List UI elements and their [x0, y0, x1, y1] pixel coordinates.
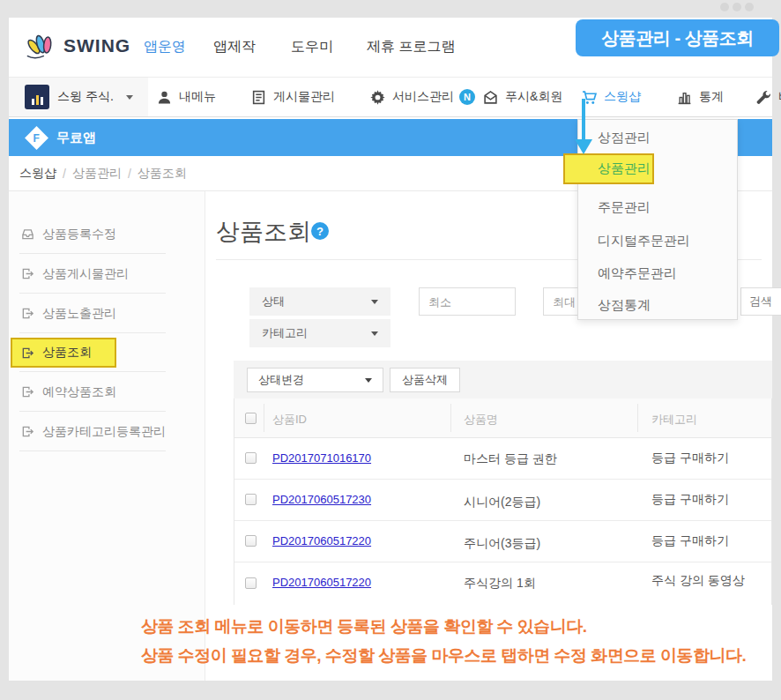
- delete-product-button[interactable]: 상품삭제: [390, 368, 460, 392]
- product-id-link[interactable]: PD2017060517220: [272, 576, 371, 589]
- sidebar-item-product-category[interactable]: 상품카테고리등록관리: [9, 412, 205, 451]
- signout-icon: [21, 267, 34, 280]
- appbar-item-mymenu[interactable]: 내메뉴: [157, 78, 216, 116]
- page-title: 상품조회: [216, 216, 311, 248]
- appbar-item-stats[interactable]: 통계: [677, 78, 724, 116]
- app-chart-icon: [25, 85, 49, 109]
- menu-item-order-manage[interactable]: 주문관리: [598, 199, 651, 216]
- appbar-item-posts[interactable]: 게시물관리: [251, 78, 335, 116]
- chart-icon: [677, 90, 692, 105]
- table-row[interactable]: PD2017071016170 마스터 등급 권한 등급 구매하기: [234, 438, 771, 480]
- wrench-icon: [756, 90, 771, 105]
- table-header-row: 상품ID 상품명 카테고리: [234, 398, 771, 438]
- topnav-partner-program[interactable]: 제휴 프로그램: [367, 18, 455, 77]
- topnav-app-create[interactable]: 앱제작: [213, 18, 256, 77]
- product-category: 주식 강의 동영상: [651, 573, 745, 589]
- row-checkbox[interactable]: [245, 577, 257, 589]
- table-row[interactable]: PD2017060517230 시니어(2등급) 등급 구매하기: [234, 480, 771, 521]
- appbar-item-push-members[interactable]: 푸시&회원: [483, 78, 562, 116]
- breadcrumb-item[interactable]: 상품관리: [72, 166, 122, 182]
- appbar-item-label: 통계: [699, 89, 724, 105]
- table-row[interactable]: PD2017060517220 주식강의 1회 주식 강의 동영상: [234, 562, 771, 605]
- sidebar-item-product-search[interactable]: 상품조회: [9, 333, 205, 372]
- menu-item-digital-order-manage[interactable]: 디지털주문관리: [598, 233, 690, 249]
- free-app-icon: F: [25, 126, 48, 150]
- pointer-arrow-line: [582, 99, 585, 141]
- signout-icon: [21, 385, 34, 398]
- status-filter-label: 상태: [262, 294, 285, 309]
- window-dot-icon: [720, 3, 729, 11]
- swing-logo-icon: [25, 33, 58, 59]
- menu-item-store-manage[interactable]: 상점관리: [598, 130, 651, 146]
- sidebar-item-label: 예약상품조회: [42, 384, 116, 400]
- sidebar-item-label: 상품노출관리: [42, 306, 116, 322]
- product-id-link[interactable]: PD2017060517230: [272, 493, 371, 506]
- select-all-checkbox[interactable]: [245, 413, 257, 424]
- product-name: 주식강의 1회: [464, 576, 536, 592]
- inbox-icon: [21, 227, 34, 241]
- status-filter-dropdown[interactable]: 상태: [249, 287, 390, 316]
- signout-icon: [21, 346, 34, 360]
- location-badge: 상품관리 - 상품조회: [576, 19, 779, 56]
- sidebar-item-product-exposure[interactable]: 상품노출관리: [9, 294, 205, 333]
- annotation-line-2: 상품 수정이 필요할 경우, 수정할 상품을 마우스로 탭하면 수정 화면으로 …: [141, 644, 746, 667]
- appbar-item-service[interactable]: 서비스관리 N: [370, 78, 475, 116]
- sidebar-item-label: 상품카테고리등록관리: [42, 424, 166, 440]
- menu-item-store-stats[interactable]: 상점통계: [598, 297, 651, 314]
- menu-item-product-manage[interactable]: 상품관리: [563, 153, 654, 184]
- product-name: 주니어(3등급): [464, 536, 540, 552]
- app-selector-label: 스윙 주식.: [57, 89, 114, 105]
- menu-item-label: 상품관리: [598, 160, 651, 177]
- row-checkbox[interactable]: [245, 452, 257, 464]
- sidebar-highlight-box[interactable]: 상품조회: [11, 338, 116, 368]
- sidebar-item-product-register-edit[interactable]: 상품등록수정: [9, 214, 205, 254]
- breadcrumb-item[interactable]: 상품조회: [138, 166, 187, 182]
- chevron-down-icon: [126, 95, 133, 100]
- column-header-category: 카테고리: [651, 412, 697, 428]
- window-dot-icon: [745, 3, 754, 11]
- logo-text: SWING: [63, 35, 130, 56]
- product-category: 등급 구매하기: [651, 492, 729, 508]
- table-row[interactable]: PD2017060517220 주니어(3등급) 등급 구매하기: [234, 521, 771, 562]
- menu-item-reserved-order-manage[interactable]: 예약주문관리: [598, 265, 677, 282]
- sidebar-item-label: 상품게시물관리: [42, 266, 129, 282]
- product-category: 등급 구매하기: [651, 451, 729, 466]
- help-icon[interactable]: ?: [311, 222, 329, 240]
- sidebar-item-product-posts[interactable]: 상품게시물관리: [9, 254, 205, 294]
- new-badge: N: [459, 89, 475, 105]
- column-separator: [264, 404, 264, 432]
- chevron-down-icon: [371, 331, 378, 336]
- status-change-dropdown[interactable]: 상태변경: [247, 368, 383, 392]
- category-filter-label: 카테고리: [262, 325, 308, 341]
- appbar-item-label: 스윙샵: [604, 89, 641, 105]
- sidebar-item-label: 상품조회: [42, 345, 92, 361]
- column-header-id: 상품ID: [272, 412, 307, 428]
- topnav-app-operate[interactable]: 앱운영: [144, 18, 186, 77]
- sidebar-item-label: 상품등록수정: [42, 227, 116, 242]
- breadcrumb-item[interactable]: 스윙샵: [19, 166, 56, 182]
- search-button[interactable]: 검색: [740, 287, 781, 316]
- row-checkbox[interactable]: [245, 535, 257, 547]
- board-icon: [251, 90, 266, 105]
- breadcrumb-separator: /: [128, 167, 131, 181]
- column-header-name: 상품명: [464, 412, 498, 428]
- appbar-item-label: 푸시&회원: [505, 89, 562, 105]
- min-price-input[interactable]: [419, 287, 516, 316]
- window-dot-icon: [733, 3, 741, 11]
- product-id-link[interactable]: PD2017060517220: [272, 534, 371, 547]
- breadcrumb-separator: /: [63, 167, 66, 181]
- app-selector[interactable]: 스윙 주식.: [9, 78, 148, 116]
- mail-icon: [483, 90, 498, 105]
- topnav-helper[interactable]: 도우미: [291, 18, 333, 77]
- annotation-line-1: 상품 조회 메뉴로 이동하면 등록된 상품을 확인할 수 있습니다.: [141, 615, 587, 638]
- product-id-link[interactable]: PD2017071016170: [272, 451, 371, 465]
- sidebar-item-reserved-product-search[interactable]: 예약상품조회: [9, 372, 205, 412]
- category-filter-dropdown[interactable]: 카테고리: [249, 319, 390, 347]
- table-toolbar: 상태변경 상품삭제: [234, 361, 772, 398]
- appbar-item-swingshop[interactable]: 스윙샵: [582, 78, 641, 116]
- swing-logo[interactable]: SWING: [25, 33, 130, 59]
- appbar-item-version[interactable]: 버: [756, 78, 781, 116]
- signout-icon: [21, 307, 34, 320]
- signout-icon: [21, 425, 34, 438]
- row-checkbox[interactable]: [245, 494, 257, 505]
